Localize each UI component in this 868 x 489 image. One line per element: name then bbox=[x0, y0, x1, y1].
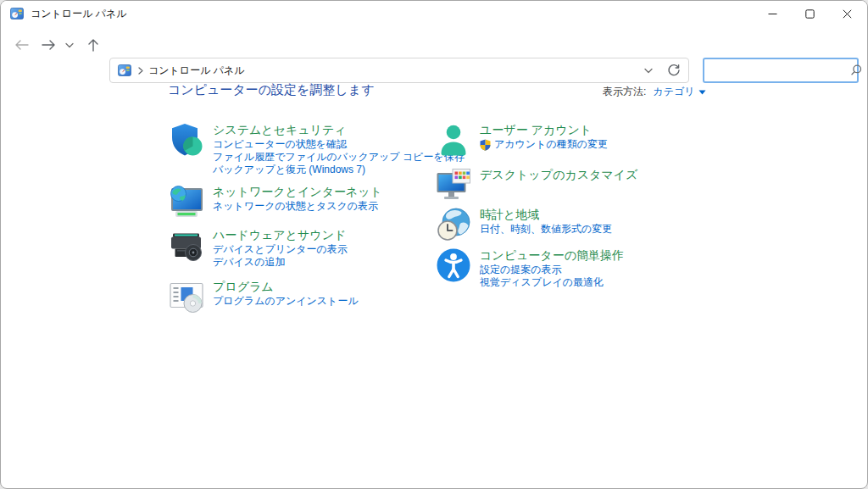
link-backup-restore[interactable]: バックアップと復元 (Windows 7) bbox=[213, 164, 465, 176]
category-programs: プログラム プログラムのアンインストール bbox=[168, 278, 359, 315]
view-by-label: 表示方法: bbox=[603, 85, 646, 99]
category-title-network[interactable]: ネットワークとインターネット bbox=[213, 184, 382, 200]
link-uninstall-program[interactable]: プログラムのアンインストール bbox=[213, 295, 359, 308]
chevron-down-icon bbox=[65, 42, 74, 48]
search-box bbox=[703, 58, 859, 83]
link-security-status[interactable]: コンピューターの状態を確認 bbox=[213, 138, 465, 151]
category-title-system-security[interactable]: システムとセキュリティ bbox=[213, 122, 465, 138]
link-suggested-settings[interactable]: 設定の提案の表示 bbox=[480, 264, 624, 276]
maximize-button[interactable] bbox=[791, 1, 828, 26]
window-title: コントロール パネル bbox=[31, 7, 127, 21]
category-network-internet: ネットワークとインターネット ネットワークの状態とタスクの表示 bbox=[168, 183, 382, 220]
category-title-hardware[interactable]: ハードウェアとサウンド bbox=[213, 227, 348, 243]
category-ease-of-access: コンピューターの簡単操作 設定の提案の表示 視覚ディスプレイの最適化 bbox=[435, 247, 624, 289]
chevron-down-icon bbox=[644, 68, 653, 74]
breadcrumb[interactable]: コントロール パネル bbox=[148, 64, 245, 78]
category-system-security: システムとセキュリティ コンピューターの状態を確認 ファイル履歴でファイルのバッ… bbox=[168, 121, 465, 176]
link-change-date-time[interactable]: 日付、時刻、数値形式の変更 bbox=[480, 223, 612, 236]
up-button[interactable] bbox=[81, 32, 106, 58]
user-icon[interactable] bbox=[435, 121, 472, 158]
link-optimize-visual-display[interactable]: 視覚ディスプレイの最適化 bbox=[480, 276, 624, 289]
address-dropdown-button[interactable] bbox=[636, 58, 661, 82]
control-panel-window: コントロール パネル bbox=[0, 0, 868, 489]
control-panel-icon bbox=[10, 7, 24, 20]
category-hardware-sound: ハードウェアとサウンド デバイスとプリンターの表示 デバイスの追加 bbox=[168, 226, 348, 269]
ease-of-access-icon[interactable] bbox=[435, 247, 472, 284]
recent-locations-button[interactable] bbox=[59, 32, 80, 58]
printer-speaker-icon[interactable] bbox=[168, 226, 205, 264]
breadcrumb-chevron-icon bbox=[138, 67, 143, 75]
title-bar: コントロール パネル bbox=[1, 1, 867, 26]
network-monitor-icon[interactable] bbox=[168, 183, 205, 220]
refresh-button[interactable] bbox=[661, 58, 687, 82]
category-appearance: デスクトップのカスタマイズ bbox=[435, 166, 637, 203]
search-input[interactable] bbox=[704, 59, 849, 81]
back-arrow-icon bbox=[14, 39, 29, 51]
category-title-appearance[interactable]: デスクトップのカスタマイズ bbox=[480, 167, 637, 183]
category-user-accounts: ユーザー アカウント アカウントの種類の変更 bbox=[435, 121, 608, 158]
forward-arrow-icon bbox=[42, 39, 56, 51]
navigation-bar: コントロール パネル bbox=[1, 26, 867, 64]
control-panel-small-icon bbox=[118, 64, 131, 77]
close-icon bbox=[843, 9, 852, 19]
refresh-icon bbox=[667, 64, 681, 77]
address-bar[interactable]: コントロール パネル bbox=[109, 58, 689, 83]
dropdown-arrow-icon bbox=[698, 90, 706, 95]
link-file-history-backup[interactable]: ファイル履歴でファイルのバックアップ コピーを保存 bbox=[213, 151, 465, 164]
link-change-account-type[interactable]: アカウントの種類の変更 bbox=[480, 138, 608, 151]
uac-shield-icon bbox=[480, 139, 491, 151]
link-devices-printers[interactable]: デバイスとプリンターの表示 bbox=[213, 243, 348, 256]
programs-disc-icon[interactable] bbox=[168, 278, 205, 315]
category-title-ease-of-access[interactable]: コンピューターの簡単操作 bbox=[480, 247, 624, 264]
minimize-button[interactable] bbox=[754, 1, 791, 26]
forward-button[interactable] bbox=[36, 32, 61, 58]
shield-security-icon[interactable] bbox=[168, 121, 205, 158]
category-title-user-accounts[interactable]: ユーザー アカウント bbox=[480, 122, 608, 138]
link-network-status[interactable]: ネットワークの状態とタスクの表示 bbox=[213, 200, 382, 213]
category-title-programs[interactable]: プログラム bbox=[213, 279, 359, 295]
page-title: コンピューターの設定を調整します bbox=[168, 82, 375, 98]
clock-globe-icon[interactable] bbox=[435, 206, 472, 243]
view-by-control: 表示方法: カテゴリ bbox=[603, 85, 706, 99]
view-by-dropdown[interactable]: カテゴリ bbox=[653, 85, 706, 99]
maximize-icon bbox=[805, 9, 815, 19]
category-title-clock-region[interactable]: 時計と地域 bbox=[480, 207, 612, 223]
desktop-personalization-icon[interactable] bbox=[435, 166, 472, 203]
up-arrow-icon bbox=[87, 38, 99, 52]
minimize-icon bbox=[768, 9, 777, 19]
back-button[interactable] bbox=[8, 32, 34, 58]
link-add-device[interactable]: デバイスの追加 bbox=[213, 256, 348, 269]
close-button[interactable] bbox=[828, 1, 865, 26]
category-clock-region: 時計と地域 日付、時刻、数値形式の変更 bbox=[435, 206, 612, 243]
search-icon[interactable] bbox=[849, 64, 863, 77]
